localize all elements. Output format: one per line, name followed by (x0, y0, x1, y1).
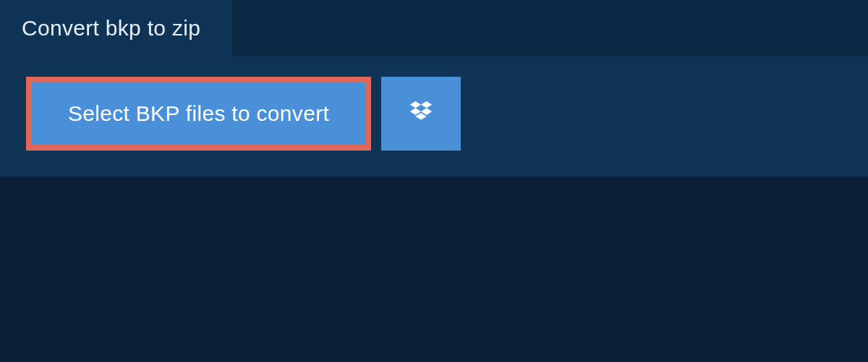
dropbox-button[interactable] (381, 77, 461, 151)
tab-bar: Convert bkp to zip (0, 0, 868, 56)
select-files-label: Select BKP files to convert (68, 101, 329, 126)
converter-panel: Select BKP files to convert (0, 56, 868, 177)
tab-label: Convert bkp to zip (22, 16, 200, 40)
select-files-button[interactable]: Select BKP files to convert (26, 77, 371, 151)
tab-convert[interactable]: Convert bkp to zip (0, 0, 232, 56)
dropbox-icon (407, 98, 435, 129)
